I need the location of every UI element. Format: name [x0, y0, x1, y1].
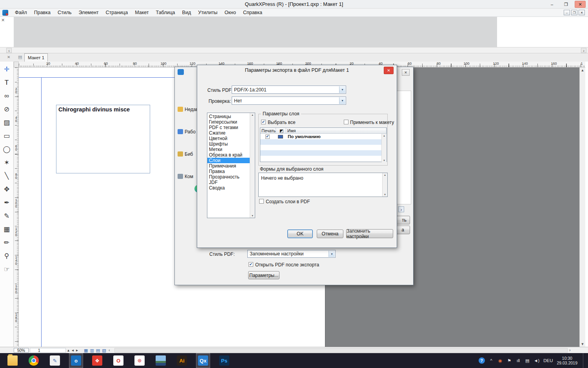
taskbar-app-photo-viewer[interactable] — [154, 353, 168, 368]
scroll-right-button[interactable]: › — [581, 48, 586, 53]
help-icon[interactable]: ? — [479, 357, 485, 364]
tab-close-icon[interactable]: ✕ — [7, 55, 10, 59]
scroll-left-button[interactable]: ‹ — [6, 48, 12, 53]
pdf-section-item[interactable]: Сжатие — [207, 130, 250, 136]
tray-expand-icon[interactable]: ^ — [489, 357, 494, 364]
pdf-section-item[interactable]: Сводка — [207, 185, 250, 191]
taskbar-app-red-app[interactable]: ❖ — [90, 353, 104, 368]
layer-print-checkbox[interactable]: ✔ — [265, 135, 270, 139]
text-unlinking-tool[interactable]: ⊘ — [0, 102, 13, 116]
text-box[interactable]: Chirographi divinus misce — [56, 105, 150, 173]
select-all-checkbox[interactable]: ✔ — [261, 120, 266, 124]
update-icon[interactable]: ◉ — [498, 357, 503, 364]
starburst-tool[interactable]: ✶ — [0, 156, 13, 169]
scroll-down-icon[interactable]: ▼ — [581, 342, 584, 346]
scroll-down-icon[interactable]: ▾ — [384, 193, 386, 196]
show-desktop-button[interactable] — [583, 353, 585, 368]
close-button[interactable]: ✕ — [575, 1, 586, 8]
network-icon[interactable]: ▤ — [525, 357, 530, 364]
menu-item-page[interactable]: Страница — [102, 9, 132, 17]
sections-scrollbar[interactable]: ▴ ▾ — [250, 113, 255, 218]
oval-box-tool[interactable]: ◯ — [0, 142, 13, 156]
child-close-button[interactable]: ✕ — [579, 10, 585, 15]
pdf-style-select[interactable]: PDF/X-1a:2001 ▾ — [232, 86, 346, 94]
restore-button[interactable]: ❐ — [561, 1, 572, 8]
verification-select[interactable]: Нет ▾ — [232, 97, 346, 105]
palette-close-icon[interactable]: ✕ — [1, 18, 5, 23]
line-tool[interactable]: ╲ — [0, 169, 13, 182]
pdf-dialog-titlebar[interactable]: Параметры экспорта в файл PDF дляМакет 1 — [197, 65, 397, 75]
scroll-up-icon[interactable]: ▲ — [581, 68, 584, 72]
pennant-icon[interactable]: ⚑ — [507, 357, 512, 364]
apply-to-layout-checkbox[interactable] — [344, 120, 348, 124]
item-move-tool[interactable]: ✛ — [0, 62, 13, 76]
nav-up-button[interactable]: ▴ — [67, 348, 69, 352]
minimize-button[interactable]: – — [546, 1, 557, 8]
pdf-section-item[interactable]: Метки — [207, 147, 250, 152]
taskbar-app-opera[interactable]: O — [111, 353, 125, 368]
create-pdf-layers-checkbox[interactable] — [259, 199, 264, 204]
expand-chevron-button[interactable]: › — [398, 206, 404, 212]
prev-page-button[interactable]: ◂ — [72, 348, 74, 352]
taskbar-app-text-editor[interactable]: ✎ — [48, 353, 62, 368]
zoom-tool[interactable]: ⚲ — [0, 249, 13, 262]
scroll-up-icon[interactable]: ▴ — [383, 134, 385, 137]
menu-item-window[interactable]: Окно — [221, 9, 240, 17]
table-tool[interactable]: ▦ — [0, 222, 13, 236]
taskbar-app-chrome[interactable] — [27, 353, 41, 368]
menu-item-item[interactable]: Элемент — [75, 9, 102, 17]
pan-tool[interactable]: ☞ — [0, 262, 13, 276]
language-indicator[interactable]: DEU — [543, 358, 553, 363]
next-page-button[interactable]: ▸ — [76, 348, 78, 352]
child-minimize-button[interactable]: – — [564, 10, 570, 15]
scroll-up-icon[interactable]: ▴ — [384, 173, 386, 177]
pdf-section-item[interactable]: Слои — [207, 158, 250, 163]
transform-tool[interactable]: ✥ — [0, 182, 13, 196]
eyedropper-tool[interactable]: ✏ — [0, 236, 13, 249]
signal-bars-icon[interactable]: ıll — [516, 357, 521, 364]
pen-tool[interactable]: ✒ — [0, 196, 13, 209]
open-after-export-checkbox[interactable]: ✔ — [249, 262, 253, 267]
taskbar-app-photoshop[interactable]: Ps — [217, 353, 231, 368]
rectangle-box-tool[interactable]: ▭ — [0, 129, 13, 142]
layers-table-scrollbar[interactable]: ▴ ▾ — [381, 134, 387, 162]
freehand-tool[interactable]: ✎ — [0, 209, 13, 222]
pdf-section-item[interactable]: Обрезка в край — [207, 152, 250, 158]
scroll-down-icon[interactable]: ▾ — [383, 159, 385, 162]
menu-item-utilities[interactable]: Утилиты — [194, 9, 221, 17]
taskbar-app-quarkxpress[interactable]: Qx — [196, 353, 210, 368]
document-vertical-scrollbar[interactable]: ▲ ▼ — [579, 67, 585, 347]
taskbar-app-acrobat[interactable]: ❊ — [132, 353, 147, 368]
upper-horizontal-scrollbar[interactable]: ‹ › — [0, 47, 588, 53]
pdf-section-item[interactable]: Гиперссылки — [207, 119, 250, 125]
child-restore-button[interactable]: ❐ — [571, 10, 577, 15]
view-mode-split-icon[interactable]: ▧ — [102, 348, 106, 353]
menu-item-style[interactable]: Стиль — [54, 9, 75, 17]
text-linking-tool[interactable]: ∞ — [0, 89, 13, 102]
taskbar-app-file-explorer[interactable] — [5, 353, 20, 368]
menu-item-layout[interactable]: Макет — [131, 9, 152, 17]
save-settings-button[interactable]: Запомнить настройки — [346, 229, 393, 238]
view-mode-grid-icon[interactable]: ▦ — [84, 348, 88, 353]
export-dialog-close-button[interactable]: ✕ — [402, 69, 410, 76]
hscroll-left-button[interactable]: ‹ — [109, 348, 110, 352]
menu-item-edit[interactable]: Правка — [31, 9, 54, 17]
view-mode-rows-icon[interactable]: ▤ — [96, 348, 100, 353]
menu-item-view[interactable]: Вид — [179, 9, 195, 17]
page-number-field[interactable]: 1 — [30, 348, 66, 353]
text-content-tool[interactable]: T — [0, 76, 13, 89]
pdf-section-item[interactable]: Правка — [207, 169, 250, 174]
picture-content-tool[interactable]: ▨ — [0, 116, 13, 129]
hscroll-right-button[interactable]: › — [569, 348, 571, 352]
ok-button[interactable]: OK — [287, 230, 313, 238]
volume-icon[interactable]: ◄) — [534, 357, 540, 364]
menu-item-help[interactable]: Справка — [240, 9, 266, 17]
cancel-button[interactable]: Отмена — [317, 230, 343, 238]
taskbar-app-outlook[interactable]: o — [69, 353, 83, 368]
pdf-section-item[interactable]: JDF — [207, 180, 250, 185]
pdf-section-item[interactable]: Страницы — [207, 114, 250, 119]
tab-maket-1[interactable]: Макет 1 — [24, 53, 48, 62]
pdf-section-item[interactable]: Шрифты — [207, 141, 250, 147]
scroll-down-icon[interactable]: ▾ — [252, 214, 253, 217]
zoom-field[interactable]: 50% — [14, 348, 29, 353]
